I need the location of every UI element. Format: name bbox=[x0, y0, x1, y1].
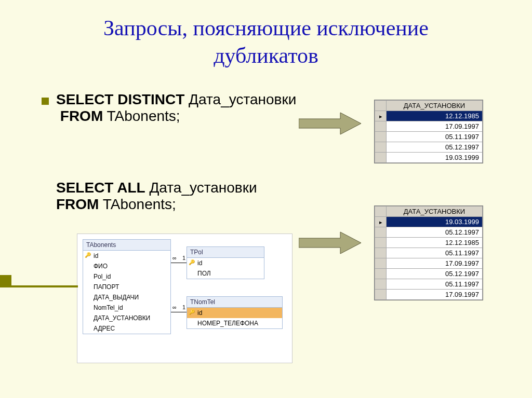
table-title: TAbonents bbox=[83, 240, 170, 251]
cell: 12.12.1985 bbox=[387, 238, 483, 248]
slide-title: Запросы, поясняющие исключение дубликато… bbox=[0, 0, 532, 69]
corner-cell bbox=[375, 101, 387, 111]
row-pointer-icon bbox=[375, 217, 387, 227]
svg-marker-1 bbox=[299, 232, 361, 254]
cell: 17.09.1997 bbox=[387, 258, 483, 269]
cell: 05.11.1997 bbox=[387, 132, 483, 142]
field: ДАТА_ВЫДАЧИ bbox=[83, 292, 170, 303]
table-row: 17.09.1997 bbox=[375, 121, 483, 132]
field: Pol_id bbox=[83, 271, 170, 282]
table-row: 12.12.1985 bbox=[375, 238, 483, 248]
field: ПОЛ bbox=[187, 268, 264, 279]
table-tabonents: TAbonents id ФИО Pol_id ПАПОРТ ДАТА_ВЫДА… bbox=[83, 239, 171, 334]
result-grid-distinct: ДАТА_УСТАНОВКИ 12.12.1985 17.09.1997 05.… bbox=[374, 100, 483, 163]
sql-distinct-block: SELECT DISTINCT Дата_установки FROM TAbo… bbox=[56, 91, 296, 125]
table-row: 17.09.1997 bbox=[375, 290, 483, 300]
table-tnomtel: TNomTel id НОМЕР_ТЕЛЕФОНА bbox=[187, 296, 283, 329]
from-kw: FROM bbox=[56, 196, 99, 212]
cardinality-one: 1 bbox=[182, 304, 185, 310]
bullet-icon bbox=[42, 98, 49, 105]
svg-marker-0 bbox=[299, 113, 361, 134]
field: id bbox=[187, 308, 282, 318]
cell: 12.12.1985 bbox=[387, 111, 483, 121]
from-kw: FROM bbox=[60, 108, 103, 124]
cardinality-inf: ∞ bbox=[172, 304, 177, 310]
relationship-diagram: TAbonents id ФИО Pol_id ПАПОРТ ДАТА_ВЫДА… bbox=[77, 234, 292, 363]
table-row: 05.12.1997 bbox=[375, 227, 483, 238]
result-grid-all: ДАТА_УСТАНОВКИ 19.03.1999 05.12.1997 12.… bbox=[374, 205, 483, 300]
table-row: 05.12.1997 bbox=[375, 269, 483, 279]
cardinality-inf: ∞ bbox=[172, 255, 177, 261]
table-row: 05.11.1997 bbox=[375, 248, 483, 258]
decoration-bar bbox=[0, 275, 11, 285]
table-row: 05.12.1997 bbox=[375, 142, 483, 153]
field: АДРЕС bbox=[83, 323, 170, 334]
cell: 17.09.1997 bbox=[387, 290, 483, 300]
arrow-icon bbox=[299, 112, 361, 135]
table-row: 19.03.1999 bbox=[375, 217, 483, 227]
table-row: 05.11.1997 bbox=[375, 279, 483, 290]
column-header: ДАТА_УСТАНОВКИ bbox=[387, 207, 483, 217]
table-title: TPol bbox=[187, 247, 264, 258]
select-distinct-kw: SELECT DISTINCT bbox=[56, 91, 184, 107]
relation-line bbox=[171, 263, 187, 263]
table-row: 17.09.1997 bbox=[375, 258, 483, 269]
cell: 05.11.1997 bbox=[387, 279, 483, 290]
table-name: TAbonents; bbox=[99, 196, 176, 212]
field: id bbox=[83, 251, 170, 261]
table-title: TNomTel bbox=[187, 297, 282, 308]
cell: 05.12.1997 bbox=[387, 269, 483, 279]
cell: 05.12.1997 bbox=[387, 227, 483, 238]
select-all-kw: SELECT ALL bbox=[56, 180, 145, 196]
cell: 05.11.1997 bbox=[387, 248, 483, 258]
field: ДАТА_УСТАНОВКИ bbox=[83, 313, 170, 323]
table-row: 05.11.1997 bbox=[375, 132, 483, 142]
corner-cell bbox=[375, 207, 387, 217]
field: ФИО bbox=[83, 261, 170, 271]
arrow-icon bbox=[299, 231, 361, 255]
cell: 05.12.1997 bbox=[387, 142, 483, 153]
cardinality-one: 1 bbox=[182, 255, 185, 261]
row-pointer-icon bbox=[375, 111, 387, 121]
field: ПАПОРТ bbox=[83, 282, 170, 292]
table-row: 19.03.1999 bbox=[375, 153, 483, 163]
field: NomTel_id bbox=[83, 303, 170, 313]
cell: 19.03.1999 bbox=[387, 153, 483, 163]
table-name: TAbonents; bbox=[103, 108, 180, 124]
table-tpol: TPol id ПОЛ bbox=[187, 246, 264, 279]
cell: 19.03.1999 bbox=[387, 217, 483, 227]
title-line2: дубликатов bbox=[214, 44, 318, 67]
col-name: Дата_установки bbox=[145, 180, 257, 196]
title-line1: Запросы, поясняющие исключение bbox=[103, 16, 429, 40]
col-name: Дата_установки bbox=[184, 91, 296, 107]
field: НОМЕР_ТЕЛЕФОНА bbox=[187, 318, 282, 328]
table-row: 12.12.1985 bbox=[375, 111, 483, 121]
cell: 17.09.1997 bbox=[387, 121, 483, 132]
sql-all-block: SELECT ALL Дата_установки FROM TAbonents… bbox=[56, 180, 257, 213]
decoration-line bbox=[0, 285, 78, 287]
relation-line bbox=[171, 312, 187, 312]
column-header: ДАТА_УСТАНОВКИ bbox=[387, 101, 483, 111]
field: id bbox=[187, 258, 264, 268]
